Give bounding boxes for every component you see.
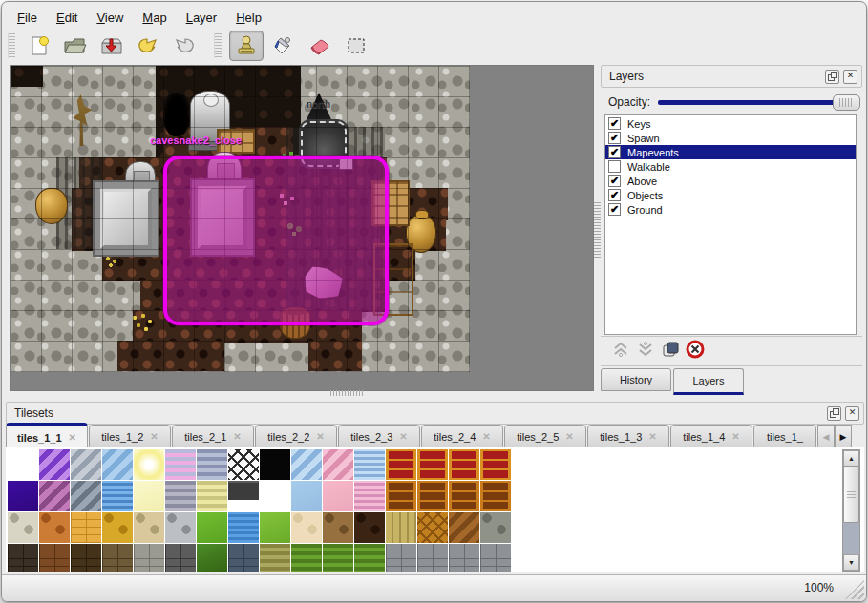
close-tab-icon[interactable]: ✕ [399,431,407,442]
palette-tile[interactable] [39,512,70,543]
tileset-tab-tiles_1_[interactable]: tiles_1_ [753,425,816,448]
palette-tile[interactable] [417,512,448,543]
palette-tile[interactable] [480,449,511,480]
palette-tile[interactable] [71,544,101,572]
tab-scroll-right-icon[interactable]: ▶ [835,425,852,448]
palette-tile[interactable] [386,544,416,572]
tab-history[interactable]: History [601,368,671,391]
layer-list[interactable]: ✔Keys✔Spawn✔MapeventsWalkable✔Above✔Obje… [604,114,857,335]
opacity-handle[interactable] [833,94,860,111]
layer-visibility-checkbox[interactable]: ✔ [608,203,621,216]
duplicate-layer-button[interactable] [658,340,683,363]
palette-tile[interactable] [102,544,133,572]
select-tool-button[interactable] [340,31,372,60]
scroll-up-icon[interactable]: ▲ [843,450,859,467]
toolbar-drag-handle[interactable] [214,33,222,58]
redo-button[interactable] [168,31,201,60]
palette-tile[interactable] [102,481,133,511]
palette-tile[interactable] [386,449,416,480]
palette-tile[interactable] [354,544,385,572]
palette-tile[interactable] [354,449,385,480]
palette-tile[interactable] [323,449,353,480]
palette-tile[interactable] [197,544,227,572]
palette-tile[interactable] [102,512,133,543]
toolbar-drag-handle[interactable] [8,33,15,58]
palette-tile[interactable] [291,544,322,572]
palette-tile[interactable] [39,481,70,511]
layer-visibility-checkbox[interactable]: ✔ [608,117,621,130]
palette-tile[interactable] [354,512,385,543]
palette-tile[interactable] [71,481,101,511]
palette-tile[interactable] [197,512,227,543]
map-content[interactable]: cavesnake2_close north [11,66,470,372]
palette-tile[interactable] [354,481,385,511]
close-panel-icon[interactable]: ✕ [843,70,857,84]
tab-scroll-left-icon[interactable]: ◀ [817,425,835,448]
palette-tile[interactable] [291,449,322,480]
layer-row-spawn[interactable]: ✔Spawn [605,131,856,145]
palette-tile[interactable] [39,544,70,572]
palette-tile[interactable] [165,481,196,511]
palette-tile[interactable] [323,481,353,511]
eraser-tool-button[interactable] [304,31,336,60]
palette-tile[interactable] [165,449,196,480]
close-tab-icon[interactable]: ✕ [565,431,573,442]
palette-tile[interactable] [260,544,290,572]
palette-tile[interactable] [323,512,353,543]
resize-grip[interactable] [845,580,864,599]
stamp-tool-button[interactable] [229,31,264,61]
layer-visibility-checkbox[interactable]: ✔ [608,189,621,201]
layer-visibility-checkbox[interactable]: ✔ [608,175,621,187]
raise-layer-button[interactable] [608,340,633,363]
palette-scrollbar[interactable]: ▲ ▼ [842,449,860,572]
map-canvas[interactable]: cavesnake2_close north [10,65,594,391]
palette-tile[interactable] [228,449,259,480]
palette-tile[interactable] [71,449,101,480]
palette-tile[interactable] [8,512,38,543]
tile-palette[interactable]: ▲ ▼ [6,447,864,572]
palette-tile[interactable] [197,481,227,511]
palette-tile[interactable] [8,544,38,572]
palette-tile[interactable] [102,449,133,480]
save-button[interactable] [95,31,128,60]
palette-tile[interactable] [417,449,448,480]
tab-layers[interactable]: Layers [673,368,744,395]
layer-visibility-checkbox[interactable]: ✔ [608,132,621,144]
palette-tile[interactable] [449,481,479,511]
menu-edit[interactable]: Edit [47,7,87,29]
palette-tile[interactable] [417,481,448,511]
palette-tile[interactable] [260,512,290,543]
scrollbar-thumb[interactable] [843,466,859,523]
palette-tile[interactable] [386,481,416,511]
menu-map[interactable]: Map [133,7,176,29]
delete-layer-button[interactable] [683,340,708,363]
palette-tile[interactable] [386,512,416,543]
horizontal-splitter[interactable] [330,390,363,396]
fill-tool-button[interactable] [267,31,300,60]
menu-help[interactable]: Help [226,7,271,29]
palette-tile[interactable] [39,449,70,480]
layer-row-objects[interactable]: ✔Objects [605,188,856,202]
tileset-tab-tiles_1_4[interactable]: tiles_1_4✕ [670,425,752,448]
undo-button[interactable] [132,31,164,60]
close-tab-icon[interactable]: ✕ [69,432,76,443]
palette-tile[interactable] [323,544,353,572]
palette-tile[interactable] [480,481,511,511]
palette-tile[interactable] [228,544,259,572]
palette-tile[interactable] [291,481,322,511]
layer-row-above[interactable]: ✔Above [605,174,856,188]
menu-view[interactable]: View [87,7,133,29]
tileset-tab-tiles_2_4[interactable]: tiles_2_4✕ [421,425,503,448]
new-button[interactable] [23,31,55,60]
palette-tile[interactable] [228,512,259,543]
opacity-slider[interactable] [658,94,860,111]
layer-visibility-checkbox[interactable] [608,160,621,173]
palette-tile[interactable] [449,512,479,543]
palette-tile[interactable] [197,449,227,480]
close-tab-icon[interactable]: ✕ [316,431,324,442]
palette-tile[interactable] [165,544,196,572]
menu-file[interactable]: File [8,7,47,29]
palette-tile[interactable] [480,512,511,543]
palette-tile[interactable] [71,512,101,543]
layer-row-mapevents[interactable]: ✔Mapevents [605,145,856,159]
